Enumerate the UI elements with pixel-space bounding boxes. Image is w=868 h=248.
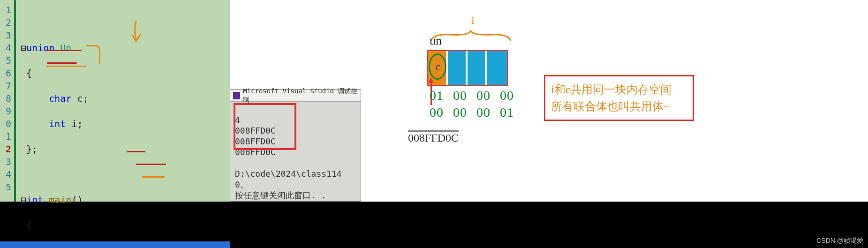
- status-bar: [0, 241, 230, 248]
- annotation-underline-int-i: [47, 62, 77, 64]
- code-editor[interactable]: 1 2 3 4 5 6 7 8 9 0 1 2 3 4 5 ⊟union Un …: [0, 0, 230, 202]
- hex-byte: 00: [476, 88, 491, 103]
- gutter-num: 2: [0, 16, 11, 29]
- gutter-num: 3: [0, 156, 11, 168]
- diagram-c-circle-icon: [429, 53, 446, 80]
- hex-byte: 00: [500, 88, 514, 103]
- console-title-text: Microsoft Visual Studio 调试控制: [243, 87, 358, 104]
- annotation-output-highlight: [234, 103, 296, 150]
- console-line: D:\code\2024\class114: [235, 169, 342, 179]
- diagram-un-label: un: [430, 34, 442, 48]
- gutter-num: 5: [0, 54, 11, 67]
- memory-diagram: i un c 01 00 00 00 00 00 00 01 008FFD0C …: [361, 0, 868, 150]
- hex-byte: 00: [476, 105, 491, 120]
- annotation-underline-un-c: [136, 164, 166, 165]
- gutter-num: 1: [0, 130, 11, 143]
- console-line: 0。: [235, 180, 249, 189]
- visual-studio-icon: [233, 92, 240, 99]
- hex-row-2: 00 00 00 01: [430, 105, 514, 120]
- line-gutter: 1 2 3 4 5 6 7 8 9 0 1 2 3 4 5: [0, 0, 14, 202]
- hex-byte: 00: [430, 105, 444, 120]
- gutter-num: 9: [0, 105, 11, 118]
- code-text[interactable]: ⊟union Un { char c; int i; }; ⊟int main(…: [16, 0, 230, 202]
- hex-byte: 01: [500, 105, 514, 120]
- memory-byte-3: [487, 51, 507, 85]
- console-line: 按任意键关闭此窗口. .: [235, 190, 326, 200]
- note-line-1: i和c共用同一块内存空间: [551, 81, 687, 98]
- watermark: CSDN @帧渴爱: [816, 237, 863, 245]
- memory-byte-1: [448, 51, 468, 85]
- note-line-2: 所有联合体也叫共用体~: [551, 98, 687, 115]
- gutter-num: 6: [0, 67, 11, 80]
- memory-byte-2: [468, 51, 487, 85]
- gutter-num: 1: [0, 4, 11, 16]
- hex-byte: 00: [453, 105, 467, 120]
- hex-byte: 01: [430, 88, 444, 103]
- gutter-num-breakpoint[interactable]: 2: [0, 143, 11, 156]
- diagram-address-label: 008FFD0C: [408, 130, 459, 144]
- note-box: i和c共用同一块内存空间 所有联合体也叫共用体~: [544, 75, 694, 121]
- gutter-num: 4: [0, 168, 11, 181]
- gutter-num: 8: [0, 92, 11, 105]
- gutter-num: 0: [0, 118, 11, 130]
- gutter-num: 3: [0, 29, 11, 42]
- diagram-i-label: i: [471, 14, 475, 27]
- hex-row-1: 01 00 00 00: [430, 88, 514, 103]
- console-titlebar[interactable]: Microsoft Visual Studio 调试控制: [230, 90, 361, 102]
- gutter-num: 7: [0, 80, 11, 92]
- hex-byte: 00: [453, 88, 467, 103]
- gutter-num: 5: [0, 181, 11, 194]
- gutter-num: 4: [0, 42, 11, 54]
